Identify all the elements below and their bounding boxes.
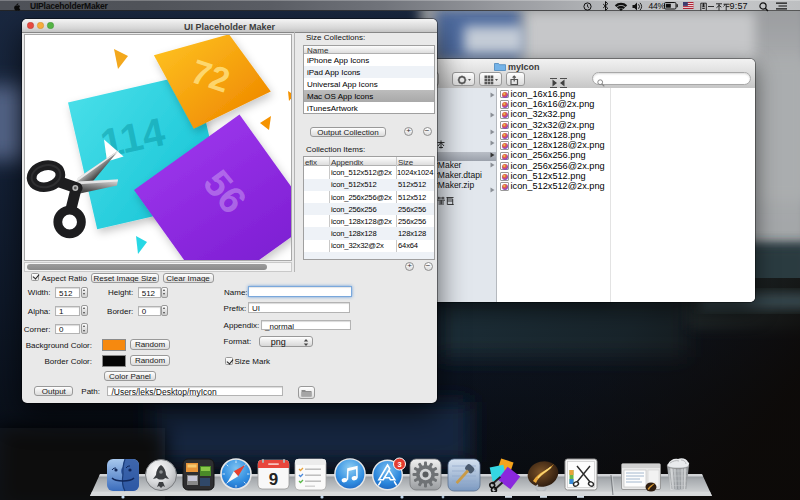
svg-text:3: 3 bbox=[397, 460, 401, 469]
svg-text:9: 9 bbox=[268, 470, 277, 489]
